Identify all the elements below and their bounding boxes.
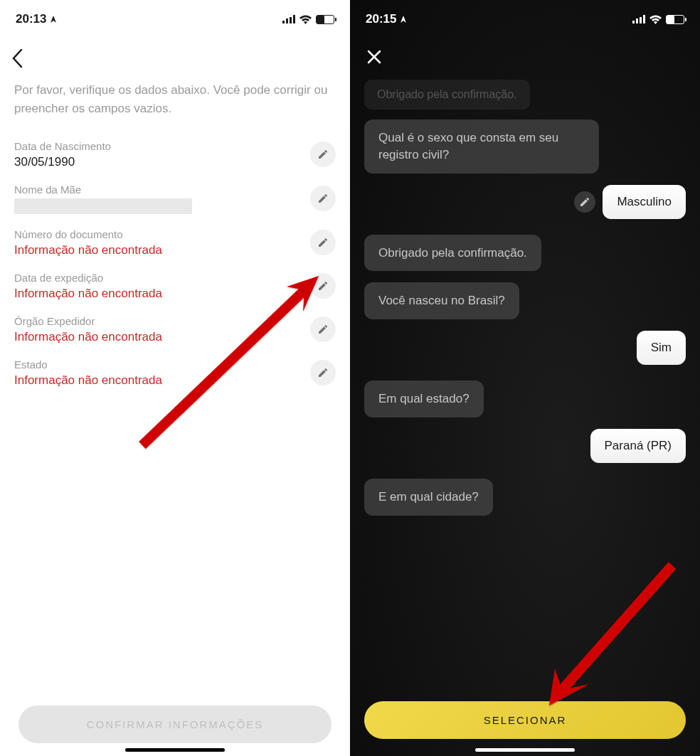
chevron-left-icon bbox=[11, 48, 23, 68]
user-message: Paraná (PR) bbox=[590, 429, 686, 463]
field-label: Órgão Expedidor bbox=[14, 315, 310, 327]
field-row: Nome da Mãe bbox=[0, 176, 350, 221]
user-message-row: Masculino bbox=[364, 185, 686, 219]
status-time: 20:15 bbox=[366, 12, 408, 26]
user-message-row: Paraná (PR) bbox=[364, 429, 686, 463]
field-row: Data de Nascimento30/05/1990 bbox=[0, 133, 350, 176]
battery-icon bbox=[666, 15, 684, 24]
fields-container: Data de Nascimento30/05/1990Nome da MãeN… bbox=[0, 133, 350, 395]
edit-button[interactable] bbox=[310, 360, 336, 385]
field-label: Número do documento bbox=[14, 228, 310, 240]
edit-button[interactable] bbox=[310, 230, 336, 255]
svg-rect-1 bbox=[286, 18, 288, 23]
svg-rect-3 bbox=[293, 15, 295, 23]
svg-rect-4 bbox=[632, 21, 635, 23]
status-indicators bbox=[632, 15, 684, 24]
field-label: Data de expedição bbox=[14, 272, 310, 284]
home-indicator bbox=[475, 748, 575, 752]
status-indicators bbox=[282, 15, 334, 24]
faded-message: Obrigado pela confirmação. bbox=[364, 80, 530, 110]
field-value: Informação não encontrada bbox=[14, 243, 310, 257]
field-row: Órgão ExpedidorInformação não encontrada bbox=[0, 308, 350, 351]
user-message-row: Sim bbox=[364, 331, 686, 365]
field-row: Data de expediçãoInformação não encontra… bbox=[0, 265, 350, 308]
status-time: 20:13 bbox=[16, 12, 58, 26]
edit-button[interactable] bbox=[310, 273, 336, 299]
field-label: Nome da Mãe bbox=[14, 183, 310, 196]
field-value: Informação não encontrada bbox=[14, 373, 310, 388]
chat-screen: 20:15 Obrigado pela confirmação. Qual é … bbox=[350, 0, 700, 756]
bot-message: E em qual cidade? bbox=[364, 479, 493, 516]
bot-message: Em qual estado? bbox=[364, 380, 484, 417]
bot-message: Você nasceu no Brasil? bbox=[364, 282, 519, 319]
edit-button[interactable] bbox=[310, 142, 336, 167]
wifi-icon bbox=[649, 15, 662, 24]
home-indicator bbox=[125, 748, 225, 752]
wifi-icon bbox=[299, 15, 312, 24]
location-icon bbox=[399, 15, 408, 23]
form-verification-screen: 20:13 Por favor, verifique os dados abai… bbox=[0, 0, 350, 756]
svg-rect-5 bbox=[636, 18, 638, 23]
field-label: Data de Nascimento bbox=[14, 140, 310, 152]
instruction-text: Por favor, verifique os dados abaixo. Vo… bbox=[0, 73, 350, 133]
chat-area: Obrigado pela confirmação. Qual é o sexo… bbox=[350, 75, 700, 531]
signal-icon bbox=[632, 15, 645, 23]
field-value: Informação não encontrada bbox=[14, 287, 310, 301]
bot-message: Qual é o sexo que consta em seu registro… bbox=[364, 119, 599, 174]
confirm-bar: CONFIRMAR INFORMAÇÕES bbox=[0, 706, 350, 743]
location-icon bbox=[49, 15, 58, 23]
user-message: Masculino bbox=[603, 185, 686, 219]
field-row: Número do documentoInformação não encont… bbox=[0, 221, 350, 265]
svg-rect-7 bbox=[643, 15, 645, 23]
svg-rect-6 bbox=[640, 17, 642, 23]
back-button[interactable] bbox=[0, 36, 350, 73]
bot-message: Obrigado pela confirmação. bbox=[364, 235, 541, 272]
close-icon bbox=[366, 48, 383, 65]
field-value: Informação não encontrada bbox=[14, 330, 310, 344]
annotation-arrow bbox=[534, 555, 690, 718]
select-button[interactable]: SELECIONAR bbox=[364, 701, 686, 739]
edit-button[interactable] bbox=[310, 316, 336, 342]
battery-icon bbox=[316, 15, 334, 24]
field-label: Estado bbox=[14, 358, 310, 371]
svg-rect-0 bbox=[282, 21, 285, 23]
edit-answer-button[interactable] bbox=[574, 191, 595, 213]
status-bar: 20:13 bbox=[0, 0, 350, 36]
field-row: EstadoInformação não encontrada bbox=[0, 351, 350, 395]
field-value: 30/05/1990 bbox=[14, 155, 310, 169]
user-message: Sim bbox=[637, 331, 686, 365]
svg-rect-2 bbox=[290, 17, 292, 23]
signal-icon bbox=[282, 15, 295, 23]
status-bar: 20:15 bbox=[350, 0, 700, 36]
redacted-value bbox=[14, 198, 192, 214]
close-button[interactable] bbox=[350, 36, 700, 75]
edit-button[interactable] bbox=[310, 186, 336, 211]
confirm-button[interactable]: CONFIRMAR INFORMAÇÕES bbox=[18, 706, 332, 743]
